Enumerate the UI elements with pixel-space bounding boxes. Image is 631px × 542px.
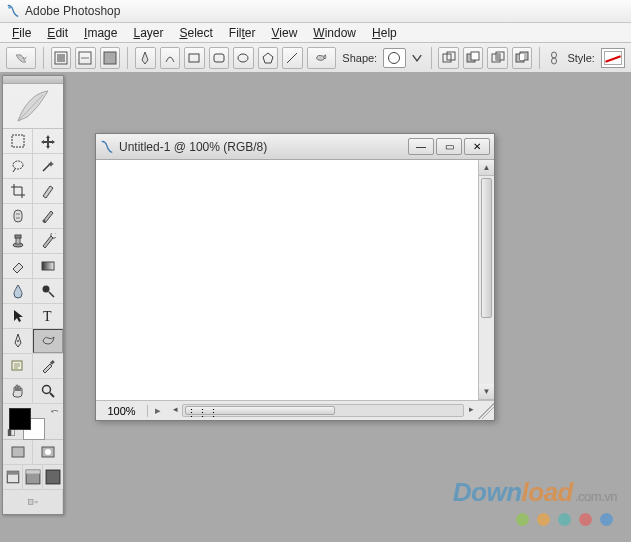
combine-exclude-icon[interactable] <box>512 47 533 69</box>
swap-colors-icon[interactable]: ⤺ <box>51 406 59 416</box>
svg-rect-42 <box>28 500 33 505</box>
foreground-color[interactable] <box>9 408 31 430</box>
maximize-button[interactable]: ▭ <box>436 138 462 155</box>
svg-rect-40 <box>26 470 40 473</box>
brush-tool[interactable] <box>33 204 63 228</box>
style-picker[interactable] <box>601 48 625 68</box>
gradient-tool[interactable] <box>33 254 63 278</box>
menu-select[interactable]: Select <box>171 24 220 42</box>
toolbox: T ⤺ ◧ <box>2 75 64 515</box>
eraser-tool[interactable] <box>3 254 33 278</box>
pen-tool[interactable] <box>3 329 33 353</box>
menu-file[interactable]: File <box>4 24 39 42</box>
blur-tool[interactable] <box>3 279 33 303</box>
titlebar: Adobe Photoshop <box>0 0 631 23</box>
eyedropper-tool[interactable] <box>33 354 63 378</box>
feather-icon <box>13 87 53 125</box>
svg-point-23 <box>43 220 46 223</box>
svg-rect-22 <box>14 210 22 222</box>
toolbox-grip[interactable] <box>3 76 63 84</box>
screen-mode-full-menubar-icon[interactable] <box>23 465 43 489</box>
fill-pixels-button[interactable] <box>100 47 121 69</box>
menu-view[interactable]: View <box>264 24 306 42</box>
menu-filter[interactable]: Filter <box>221 24 264 42</box>
scroll-right-icon[interactable]: ▸ <box>464 404 478 418</box>
dot-icon <box>600 513 613 526</box>
zoom-field[interactable]: 100% <box>96 405 148 417</box>
combine-intersect-icon[interactable] <box>487 47 508 69</box>
menu-edit[interactable]: Edit <box>39 24 76 42</box>
scroll-left-icon[interactable]: ◂ <box>168 404 182 418</box>
combine-subtract-icon[interactable] <box>463 47 484 69</box>
imageready-jump-icon[interactable] <box>3 490 63 514</box>
hand-tool[interactable] <box>3 379 33 403</box>
screen-mode-standard-icon[interactable] <box>3 465 23 489</box>
custom-shape-tool[interactable] <box>33 329 63 353</box>
svg-rect-17 <box>520 54 524 60</box>
vertical-scrollbar[interactable]: ▲ ▼ <box>478 160 494 400</box>
polygon-shape-icon[interactable] <box>258 47 279 69</box>
link-icon[interactable] <box>547 47 561 69</box>
quick-mask-mode-icon[interactable] <box>33 440 63 464</box>
marquee-tool[interactable] <box>3 129 33 153</box>
horizontal-scrollbar[interactable]: ◂ ⋮⋮⋮ ▸ <box>168 404 478 418</box>
separator <box>539 47 540 69</box>
magic-wand-tool[interactable] <box>33 154 63 178</box>
slice-tool[interactable] <box>33 179 63 203</box>
history-brush-tool[interactable] <box>33 229 63 253</box>
line-shape-icon[interactable] <box>282 47 303 69</box>
dot-icon <box>516 513 529 526</box>
minimize-button[interactable]: ― <box>408 138 434 155</box>
dodge-tool[interactable] <box>33 279 63 303</box>
photoshop-icon <box>6 4 20 18</box>
ellipse-shape-icon[interactable] <box>233 47 254 69</box>
crop-tool[interactable] <box>3 179 33 203</box>
menu-layer[interactable]: Layer <box>125 24 171 42</box>
lasso-tool[interactable] <box>3 154 33 178</box>
standard-mode-icon[interactable] <box>3 440 33 464</box>
svg-point-28 <box>43 286 50 293</box>
svg-rect-5 <box>189 54 199 62</box>
svg-rect-27 <box>42 262 54 270</box>
scroll-thumb[interactable]: ⋮⋮⋮ <box>185 406 335 415</box>
shape-layers-button[interactable] <box>51 47 72 69</box>
scroll-down-icon[interactable]: ▼ <box>479 384 494 400</box>
info-menu-icon[interactable]: ▸ <box>148 404 168 417</box>
svg-point-0 <box>8 6 11 9</box>
zoom-tool[interactable] <box>33 379 63 403</box>
type-tool[interactable]: T <box>33 304 63 328</box>
menu-window[interactable]: Window <box>305 24 364 42</box>
scroll-up-icon[interactable]: ▲ <box>479 160 494 176</box>
workspace: T ⤺ ◧ <box>0 73 631 542</box>
scroll-thumb[interactable] <box>481 178 492 318</box>
toolbox-logo <box>3 84 63 129</box>
screen-mode-full-icon[interactable] <box>43 465 63 489</box>
svg-point-21 <box>13 161 23 169</box>
menu-image[interactable]: Image <box>76 24 125 42</box>
canvas[interactable] <box>96 160 478 400</box>
paths-button[interactable] <box>75 47 96 69</box>
rectangle-shape-icon[interactable] <box>184 47 205 69</box>
combine-add-icon[interactable] <box>438 47 459 69</box>
move-tool[interactable] <box>33 129 63 153</box>
freeform-pen-icon[interactable] <box>160 47 181 69</box>
shape-picker[interactable] <box>383 48 405 68</box>
shape-label: Shape: <box>342 52 377 64</box>
svg-rect-41 <box>46 470 60 484</box>
tool-preset-picker[interactable] <box>6 47 36 69</box>
pen-icon[interactable] <box>135 47 156 69</box>
menu-help[interactable]: Help <box>364 24 405 42</box>
separator <box>127 47 128 69</box>
svg-rect-38 <box>7 471 18 474</box>
shape-dropdown-arrow-icon[interactable] <box>410 47 424 69</box>
healing-brush-tool[interactable] <box>3 204 33 228</box>
svg-point-19 <box>552 58 557 64</box>
resize-grip-icon[interactable] <box>478 403 494 419</box>
clone-stamp-tool[interactable] <box>3 229 33 253</box>
close-button[interactable]: ✕ <box>464 138 490 155</box>
path-selection-tool[interactable] <box>3 304 33 328</box>
rounded-rect-shape-icon[interactable] <box>209 47 230 69</box>
custom-shape-icon[interactable] <box>307 47 337 69</box>
notes-tool[interactable] <box>3 354 33 378</box>
document-titlebar[interactable]: Untitled-1 @ 100% (RGB/8) ― ▭ ✕ <box>96 134 494 160</box>
